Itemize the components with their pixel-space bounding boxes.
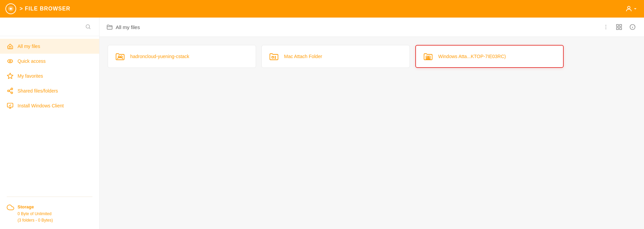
svg-line-9 (9, 91, 11, 92)
app-logo (5, 3, 16, 14)
svg-rect-31 (428, 58, 430, 59)
user-menu-button[interactable] (624, 4, 639, 14)
sidebar-label-my-favorites: My favorites (18, 73, 43, 79)
storage-line1: 0 Byte of Unlimited (18, 211, 53, 217)
svg-rect-28 (426, 56, 428, 58)
svg-point-25 (118, 56, 120, 58)
svg-point-6 (11, 88, 13, 90)
file-card-windows-atta[interactable]: Windows Atta...KTOP-7IE03RC) (415, 45, 564, 68)
content-header: All my files (100, 18, 644, 37)
cloud-icon (7, 204, 14, 211)
svg-rect-18 (617, 25, 619, 27)
files-grid: hadroncloud-yuening-cstack Mac Attach Fo… (100, 37, 644, 76)
file-card-label-hadroncloud: hadroncloud-yuening-cstack (130, 54, 189, 59)
file-card-mac-attach[interactable]: Mac Attach Folder (261, 45, 410, 68)
monitor-icon (7, 102, 13, 109)
home-icon (7, 43, 13, 50)
content-area: All my files (100, 18, 644, 229)
sidebar: All my files Quick access My favorites (0, 18, 100, 229)
mac-folder-icon (269, 51, 279, 62)
breadcrumb: All my files (106, 24, 140, 30)
breadcrumb-title: All my files (116, 24, 140, 30)
team-folder-icon (115, 51, 125, 62)
svg-marker-5 (7, 73, 13, 79)
info-button[interactable] (628, 22, 637, 32)
search-bar (0, 18, 99, 36)
svg-point-16 (606, 27, 606, 27)
storage-title: Storage (18, 204, 53, 211)
sidebar-storage: Storage 0 Byte of Unlimited (3 folders -… (0, 200, 99, 229)
sidebar-item-install-windows[interactable]: Install Windows Client (0, 98, 99, 113)
svg-rect-20 (617, 28, 619, 30)
share-icon (7, 87, 13, 94)
svg-point-26 (121, 56, 122, 58)
storage-line2: (3 folders - 0 Bytes) (18, 217, 53, 224)
sidebar-divider (7, 197, 92, 197)
sidebar-label-all-my-files: All my files (18, 44, 40, 49)
svg-rect-19 (620, 25, 622, 27)
star-icon (7, 73, 13, 79)
svg-point-2 (86, 25, 90, 28)
file-card-label-windows-atta: Windows Atta...KTOP-7IE03RC) (438, 54, 506, 59)
svg-point-17 (606, 28, 606, 29)
svg-rect-29 (428, 56, 430, 58)
windows-folder-icon (423, 51, 433, 62)
file-card-hadroncloud[interactable]: hadroncloud-yuening-cstack (108, 45, 256, 68)
more-options-button[interactable] (601, 23, 610, 31)
file-card-label-mac-attach: Mac Attach Folder (284, 54, 322, 59)
app-title: > FILE BROWSER (20, 6, 70, 12)
sidebar-nav: All my files Quick access My favorites (0, 36, 99, 194)
search-button[interactable] (84, 22, 92, 31)
grid-view-button[interactable] (614, 22, 624, 32)
svg-line-10 (9, 89, 11, 90)
main-layout: All my files Quick access My favorites (0, 18, 644, 229)
header-left: > FILE BROWSER (5, 3, 70, 14)
svg-point-7 (8, 90, 9, 92)
sidebar-item-all-my-files[interactable]: All my files (0, 39, 99, 54)
svg-point-4 (9, 60, 11, 62)
sidebar-label-install-windows: Install Windows Client (18, 103, 64, 108)
sidebar-item-shared-files[interactable]: Shared files/folders (0, 83, 99, 98)
eye-icon (7, 58, 13, 65)
svg-point-1 (627, 6, 630, 9)
header-right (624, 4, 639, 14)
svg-point-8 (11, 92, 13, 94)
svg-rect-21 (620, 28, 622, 30)
svg-rect-30 (426, 58, 428, 59)
breadcrumb-folder-icon (106, 24, 113, 30)
app-header: > FILE BROWSER (0, 0, 644, 18)
sidebar-label-shared-files: Shared files/folders (18, 88, 58, 94)
svg-rect-27 (272, 56, 274, 58)
svg-point-15 (606, 25, 606, 26)
sidebar-item-quick-access[interactable]: Quick access (0, 54, 99, 69)
sidebar-item-my-favorites[interactable]: My favorites (0, 69, 99, 83)
svg-point-3 (8, 59, 13, 63)
content-toolbar (601, 22, 637, 32)
storage-info: Storage 0 Byte of Unlimited (3 folders -… (18, 204, 53, 224)
sidebar-label-quick-access: Quick access (18, 58, 46, 64)
